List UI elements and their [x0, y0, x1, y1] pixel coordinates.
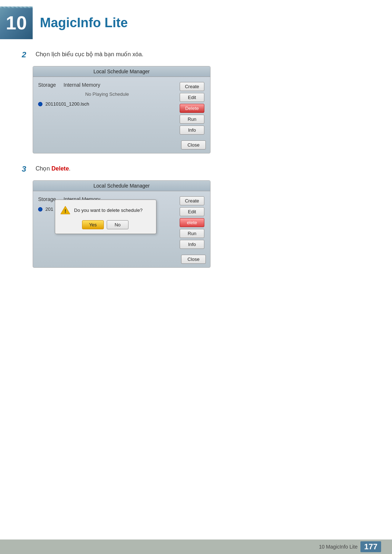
dialog1-schedule-dot	[38, 102, 42, 106]
footer-text: 10 MagicInfo Lite	[319, 544, 358, 550]
chapter-title: MagicInfo Lite	[40, 15, 128, 30]
dialog1-footer: Close	[33, 139, 210, 153]
dialog2-schedule-text: 201	[45, 206, 53, 212]
dialog1-no-playing: No Playing Schedule	[38, 91, 176, 97]
page-header: 10 MagicInfo Lite	[0, 0, 392, 43]
confirm-question: Do you want to delete schedule?	[74, 208, 143, 213]
dialog1-storage-value: Internal Memory	[64, 82, 100, 88]
dialog2-right: Create Edit elete Run Info	[180, 196, 206, 249]
dialog1-row-header: Storage Internal Memory	[38, 82, 176, 88]
confirm-popup: ! Do you want to delete schedule? Yes No	[55, 200, 156, 234]
dialog2: Local Schedule Manager Storage Internal …	[33, 180, 211, 268]
step2-text: Chọn lịch biểu cục bộ mà bạn muốn xóa.	[36, 50, 143, 58]
dialog2-left: Storage Internal Memory 201	[38, 196, 176, 249]
dialog1-left: Storage Internal Memory No Playing Sched…	[38, 82, 176, 135]
dialog1-container: Local Schedule Manager Storage Internal …	[33, 66, 370, 153]
dialog1: Local Schedule Manager Storage Internal …	[33, 66, 211, 153]
dialog2-info-btn[interactable]: Info	[180, 240, 204, 249]
dialog2-run-btn[interactable]: Run	[180, 229, 204, 238]
dialog1-info-btn[interactable]: Info	[180, 126, 204, 135]
step2-number: 2	[22, 50, 33, 59]
dialog1-schedule-item: 20110101_1200.lsch	[38, 100, 176, 107]
dialog1-title: Local Schedule Manager	[33, 66, 210, 77]
footer-page: 177	[360, 541, 381, 552]
confirm-yes-btn[interactable]: Yes	[82, 220, 104, 229]
chapter-number: 10	[6, 13, 27, 32]
dialog1-storage-label: Storage	[38, 82, 64, 88]
dialog2-close-btn[interactable]: Close	[181, 255, 206, 264]
chapter-number-box: 10	[0, 7, 33, 39]
dialog2-schedule-dot	[38, 207, 42, 212]
step3-number: 3	[22, 164, 33, 174]
dialog1-run-btn[interactable]: Run	[180, 115, 204, 124]
confirm-no-btn[interactable]: No	[107, 220, 128, 229]
step3-text: Chọn Delete.	[36, 164, 70, 172]
dialog1-body: Storage Internal Memory No Playing Sched…	[33, 77, 210, 139]
dialog1-delete-btn[interactable]: Delete	[180, 104, 204, 113]
dialog2-body: Storage Internal Memory 201	[33, 191, 210, 253]
step2-item: 2 Chọn lịch biểu cục bộ mà bạn muốn xóa.	[22, 50, 370, 59]
step3-item: 3 Chọn Delete.	[22, 164, 370, 174]
confirm-popup-row: ! Do you want to delete schedule?	[60, 205, 150, 215]
warning-icon: !	[60, 205, 70, 215]
dialog1-right: Create Edit Delete Run Info	[180, 82, 206, 135]
dialog2-footer: Close	[33, 253, 210, 267]
dialog1-close-btn[interactable]: Close	[181, 140, 206, 149]
dialog1-edit-btn[interactable]: Edit	[180, 93, 204, 102]
dialog2-edit-btn[interactable]: Edit	[180, 207, 204, 216]
main-content: 2 Chọn lịch biểu cục bộ mà bạn muốn xóa.…	[0, 50, 392, 268]
step3-bold: Delete	[52, 165, 69, 172]
svg-text:!: !	[65, 208, 66, 214]
confirm-buttons: Yes No	[60, 220, 150, 229]
dialog2-container: Local Schedule Manager Storage Internal …	[33, 180, 370, 268]
dialog1-create-btn[interactable]: Create	[180, 82, 204, 91]
page-footer: 10 MagicInfo Lite 177	[0, 539, 392, 554]
dialog2-create-btn[interactable]: Create	[180, 196, 204, 205]
dialog2-delete-btn[interactable]: elete	[180, 218, 204, 227]
dialog2-title: Local Schedule Manager	[33, 181, 210, 191]
dialog1-schedule-text: 20110101_1200.lsch	[45, 101, 89, 107]
